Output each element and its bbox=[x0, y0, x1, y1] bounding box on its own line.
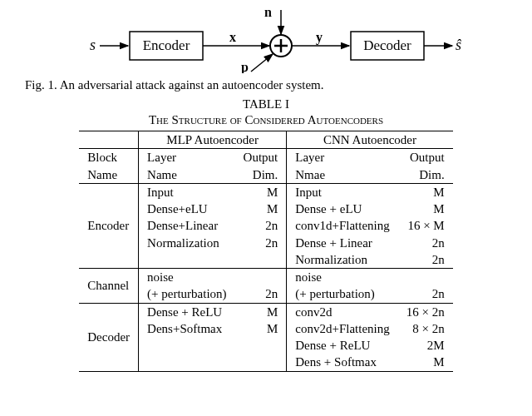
table-cell: Normalization bbox=[287, 251, 398, 269]
label-y: y bbox=[316, 30, 323, 45]
header-output: Output bbox=[398, 149, 453, 166]
table-cell: Dense + ReLU bbox=[287, 337, 398, 354]
table-cell: Normalization bbox=[139, 235, 235, 251]
table-cell: Dense+eLU bbox=[139, 201, 235, 217]
table-cell: 2n bbox=[235, 285, 287, 303]
label-n: n bbox=[264, 7, 272, 19]
table-cell: 2n bbox=[235, 235, 287, 251]
table-cell: conv2d+Flattening bbox=[287, 320, 398, 337]
header-nmae: Nmae bbox=[287, 166, 398, 184]
table-cell: 16 × M bbox=[398, 217, 453, 234]
table-cell: 2n bbox=[398, 235, 453, 251]
table-cell: noise bbox=[287, 269, 398, 286]
label-p: p bbox=[241, 60, 249, 73]
header-block: Block bbox=[79, 149, 138, 166]
table-cell: M bbox=[398, 354, 453, 371]
autoencoder-table: MLP Autoencoder CNN Autoencoder Block La… bbox=[79, 131, 452, 372]
table-cell: Input bbox=[287, 183, 398, 201]
block-diagram: s Encoder x n p y Decoder ŝ bbox=[66, 7, 466, 73]
table-cell: Dense + Linear bbox=[287, 235, 398, 251]
table-cell: (+ perturbation) bbox=[287, 285, 398, 303]
table-cell: 16 × 2n bbox=[398, 303, 453, 320]
table-cell: conv2d bbox=[287, 303, 398, 320]
label-decoder: Decoder bbox=[363, 37, 411, 53]
label-s-out: ŝ bbox=[456, 37, 462, 53]
table-cell: M bbox=[235, 201, 287, 217]
block-decoder: Decoder bbox=[79, 303, 138, 371]
header-layer: Layer bbox=[287, 149, 398, 166]
table-cell: 2M bbox=[398, 337, 453, 354]
block-channel: Channel bbox=[79, 269, 138, 304]
table-cell: M bbox=[235, 183, 287, 201]
table-cell: 8 × 2n bbox=[398, 320, 453, 337]
table-cell: 2n bbox=[398, 285, 453, 303]
figure-caption: Fig. 1. An adversarial attack against an… bbox=[10, 78, 522, 92]
header-layer: Layer bbox=[139, 149, 235, 166]
table-cell: noise bbox=[139, 269, 235, 286]
table-number: TABLE I bbox=[10, 97, 522, 111]
table-cell: M bbox=[398, 183, 453, 201]
table-cell: M bbox=[235, 303, 287, 320]
header-dim: Dim. bbox=[235, 166, 287, 184]
table-cell: Dens+Softmax bbox=[139, 320, 235, 337]
table-cell: Dense+Linear bbox=[139, 217, 235, 234]
table-cell: 2n bbox=[235, 217, 287, 234]
table-cell: M bbox=[398, 201, 453, 217]
svg-line-4 bbox=[251, 54, 273, 72]
block-encoder: Encoder bbox=[79, 183, 138, 268]
table-cell: M bbox=[235, 320, 287, 337]
table-cell: Dense + ReLU bbox=[139, 303, 235, 320]
table-cell: Input bbox=[139, 183, 235, 201]
header-name: Name bbox=[79, 166, 138, 184]
table-cell: Dense + eLU bbox=[287, 201, 398, 217]
header-dim: Dim. bbox=[398, 166, 453, 184]
figure-1: s Encoder x n p y Decoder ŝ bbox=[10, 7, 522, 77]
table-cell: (+ perturbation) bbox=[139, 285, 235, 303]
col-header-mlp: MLP Autoencoder bbox=[139, 131, 287, 149]
header-layer-name: Name bbox=[139, 166, 235, 184]
col-header-cnn: CNN Autoencoder bbox=[287, 131, 453, 149]
table-cell: Dens + Softmax bbox=[287, 354, 398, 371]
table-cell: conv1d+Flattening bbox=[287, 217, 398, 234]
header-output: Output bbox=[235, 149, 287, 166]
table-cell: 2n bbox=[398, 251, 453, 269]
label-encoder: Encoder bbox=[143, 37, 190, 53]
label-x: x bbox=[229, 30, 236, 44]
label-s-in: s bbox=[90, 37, 96, 53]
table-title: The Structure of Considered Autoencoders bbox=[10, 113, 522, 127]
